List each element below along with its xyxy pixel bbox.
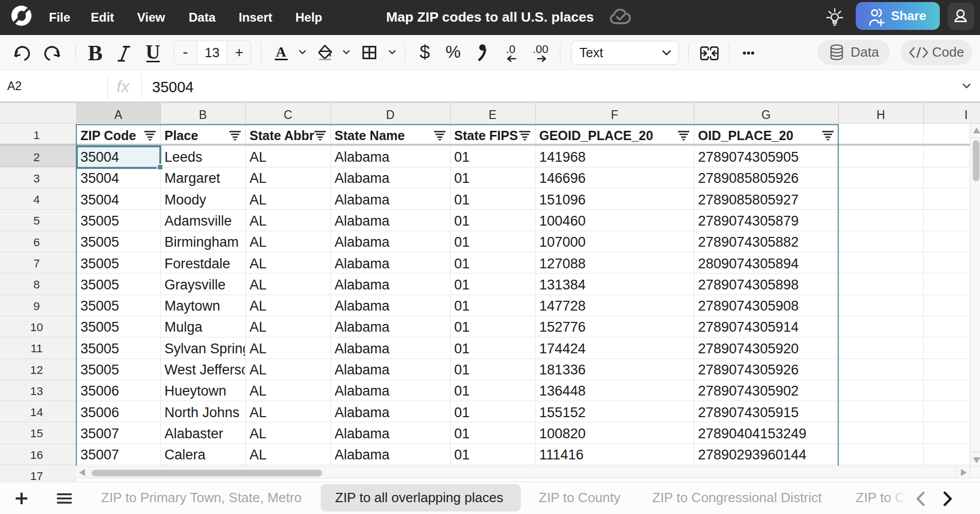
- svg-text:.0: .0: [506, 43, 515, 56]
- svg-text:.00: .00: [533, 43, 549, 56]
